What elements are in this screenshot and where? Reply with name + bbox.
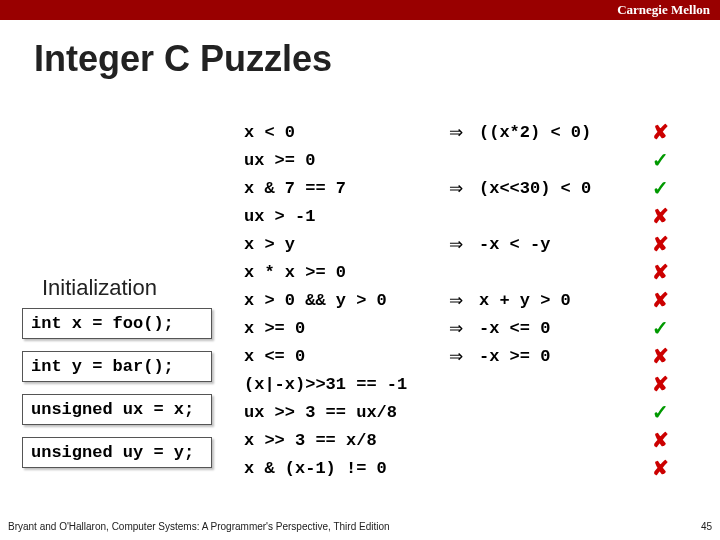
puzzle-lhs: ux >= 0 xyxy=(244,151,449,170)
puzzle-lhs: x < 0 xyxy=(244,123,449,142)
puzzle-rhs: -x <= 0 xyxy=(479,319,639,338)
puzzle-lhs: ux > -1 xyxy=(244,207,449,226)
init-box: int x = foo(); xyxy=(22,308,212,339)
puzzle-lhs: x & (x-1) != 0 xyxy=(244,459,449,478)
check-icon: ✓ xyxy=(639,148,669,172)
puzzle-lhs: x > 0 && y > 0 xyxy=(244,291,449,310)
implies-arrow: ⇒ xyxy=(449,234,479,255)
implies-arrow: ⇒ xyxy=(449,318,479,339)
check-icon: ✓ xyxy=(639,176,669,200)
cross-icon: ✘ xyxy=(639,260,669,284)
cross-icon: ✘ xyxy=(639,428,669,452)
puzzle-lhs: x >= 0 xyxy=(244,319,449,338)
cross-icon: ✘ xyxy=(639,120,669,144)
puzzle-lhs: x * x >= 0 xyxy=(244,263,449,282)
slide-number: 45 xyxy=(701,521,712,532)
puzzle-lhs: x >> 3 == x/8 xyxy=(244,431,449,450)
implies-arrow: ⇒ xyxy=(449,178,479,199)
puzzle-lhs: x <= 0 xyxy=(244,347,449,366)
cross-icon: ✘ xyxy=(639,288,669,312)
footer: Bryant and O'Hallaron, Computer Systems:… xyxy=(8,521,712,532)
init-box: unsigned uy = y; xyxy=(22,437,212,468)
init-box: int y = bar(); xyxy=(22,351,212,382)
puzzle-rhs: x + y > 0 xyxy=(479,291,639,310)
puzzle-lhs: ux >> 3 == ux/8 xyxy=(244,403,449,422)
implies-arrow: ⇒ xyxy=(449,290,479,311)
init-box: unsigned ux = x; xyxy=(22,394,212,425)
cross-icon: ✘ xyxy=(639,372,669,396)
page-title: Integer C Puzzles xyxy=(34,38,720,80)
cross-icon: ✘ xyxy=(639,232,669,256)
initialization-heading: Initialization xyxy=(42,275,157,301)
puzzle-rhs: -x < -y xyxy=(479,235,639,254)
implies-arrow: ⇒ xyxy=(449,346,479,367)
check-icon: ✓ xyxy=(639,400,669,424)
puzzle-lhs: x > y xyxy=(244,235,449,254)
puzzle-rhs: (x<<30) < 0 xyxy=(479,179,639,198)
slide: Carnegie Mellon Integer C Puzzles Initia… xyxy=(0,0,720,540)
puzzle-rhs: -x >= 0 xyxy=(479,347,639,366)
implies-arrow: ⇒ xyxy=(449,122,479,143)
puzzle-rhs: ((x*2) < 0) xyxy=(479,123,639,142)
footer-citation: Bryant and O'Hallaron, Computer Systems:… xyxy=(8,521,390,532)
cross-icon: ✘ xyxy=(639,204,669,228)
puzzle-lhs: x & 7 == 7 xyxy=(244,179,449,198)
header-bar xyxy=(0,0,720,20)
initialization-boxes: int x = foo(); int y = bar(); unsigned u… xyxy=(22,308,212,468)
puzzle-lhs: (x|-x)>>31 == -1 xyxy=(244,375,449,394)
university-label: Carnegie Mellon xyxy=(617,2,710,18)
cross-icon: ✘ xyxy=(639,456,669,480)
check-icon: ✓ xyxy=(639,316,669,340)
cross-icon: ✘ xyxy=(639,344,669,368)
puzzle-grid: x < 0⇒((x*2) < 0)✘ux >= 0✓x & 7 == 7⇒(x<… xyxy=(244,120,669,480)
